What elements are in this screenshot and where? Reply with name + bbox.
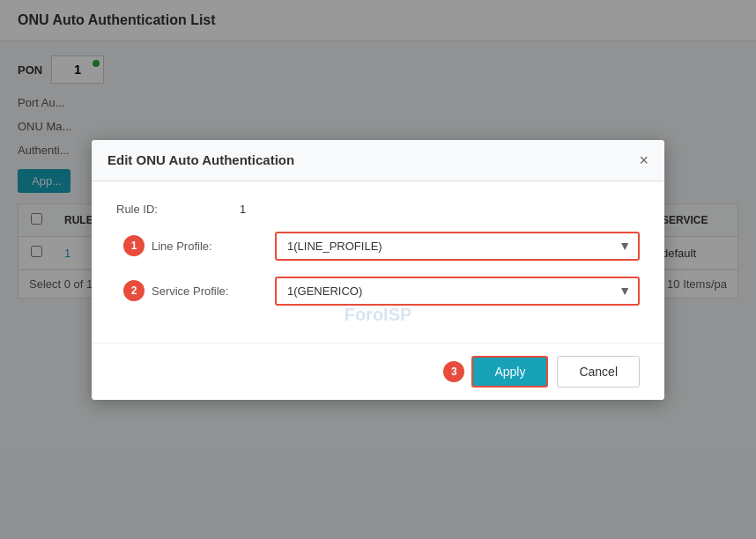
modal-body: Rule ID: 1 1 Line Profile: 1(LINE_PROFIL… — [92, 181, 664, 343]
service-profile-row: 2 Service Profile: 1(GENERICO) ▼ — [152, 277, 640, 306]
modal-header: Edit ONU Auto Authentication × — [92, 140, 664, 181]
rule-id-label: Rule ID: — [116, 203, 240, 216]
page-container: ONU Auto Authentication List PON 1 Port … — [0, 0, 756, 539]
rule-id-row: Rule ID: 1 — [116, 203, 640, 216]
step2-badge: 2 — [123, 280, 145, 301]
modal: Edit ONU Auto Authentication × Rule ID: … — [92, 140, 664, 400]
line-profile-select-wrapper: 1(LINE_PROFILE) ▼ — [275, 232, 640, 261]
cancel-button[interactable]: Cancel — [557, 356, 640, 388]
modal-close-button[interactable]: × — [639, 152, 649, 168]
service-profile-select[interactable]: 1(GENERICO) — [275, 277, 640, 306]
service-profile-select-wrapper: 1(GENERICO) ▼ — [275, 277, 640, 306]
modal-footer: 3 Apply Cancel — [92, 343, 664, 400]
apply-btn-wrapper: 3 Apply — [471, 356, 548, 388]
line-profile-row: 1 Line Profile: 1(LINE_PROFILE) ▼ — [152, 232, 640, 261]
rule-id-value: 1 — [240, 203, 246, 216]
watermark: ForoISP — [345, 305, 412, 325]
service-profile-label: Service Profile: — [152, 284, 275, 298]
step1-badge: 1 — [123, 235, 145, 256]
step3-badge: 3 — [443, 361, 464, 382]
line-profile-label: Line Profile: — [152, 240, 275, 253]
modal-title: Edit ONU Auto Authentication — [107, 152, 294, 167]
apply-button[interactable]: Apply — [471, 356, 548, 388]
modal-overlay: Edit ONU Auto Authentication × Rule ID: … — [0, 0, 756, 539]
line-profile-select[interactable]: 1(LINE_PROFILE) — [275, 232, 640, 261]
